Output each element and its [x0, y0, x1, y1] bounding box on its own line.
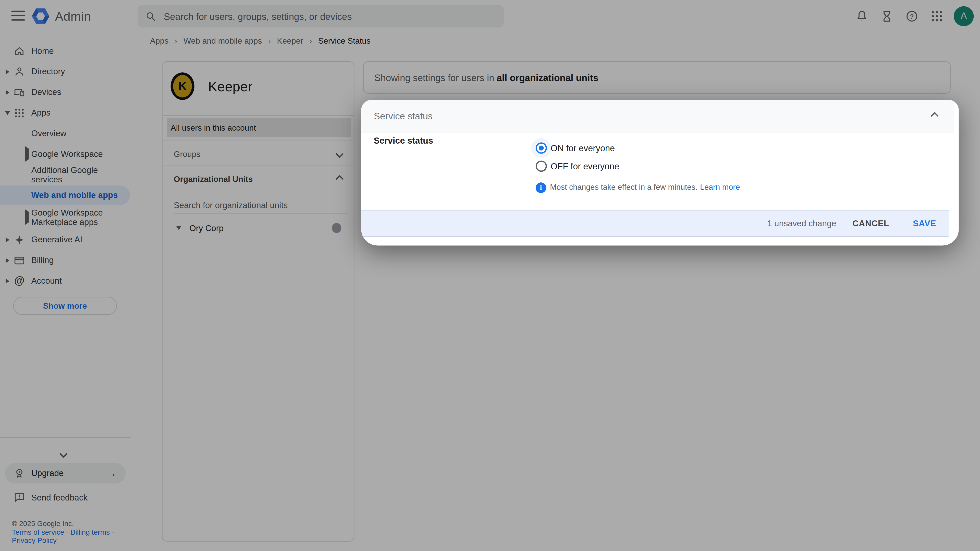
radio-on-for-everyone[interactable]: ON for everyone — [536, 142, 615, 154]
learn-more-link[interactable]: Learn more — [700, 183, 740, 192]
collapse-section-icon[interactable] — [931, 112, 939, 120]
setting-label: Service status — [374, 135, 433, 145]
radio-off-for-everyone[interactable]: OFF for everyone — [536, 160, 619, 171]
dialog-title: Service status — [374, 110, 433, 121]
save-button[interactable]: SAVE — [913, 219, 936, 228]
radio-selected-icon[interactable] — [536, 142, 547, 154]
admin-console-page: Admin ? A — [0, 0, 980, 551]
modal-scrim[interactable] — [0, 0, 980, 551]
unsaved-changes-text: 1 unsaved change — [767, 219, 836, 228]
cancel-button[interactable]: CANCEL — [853, 219, 889, 228]
info-note: i Most changes take effect in a few minu… — [536, 182, 740, 193]
service-status-dialog: Service status Service status ON for eve… — [361, 100, 959, 246]
dialog-header[interactable]: Service status — [361, 100, 954, 132]
info-icon: i — [536, 182, 546, 193]
radio-unselected-icon[interactable] — [536, 160, 547, 171]
dialog-footer: 1 unsaved change CANCEL SAVE — [361, 210, 949, 237]
